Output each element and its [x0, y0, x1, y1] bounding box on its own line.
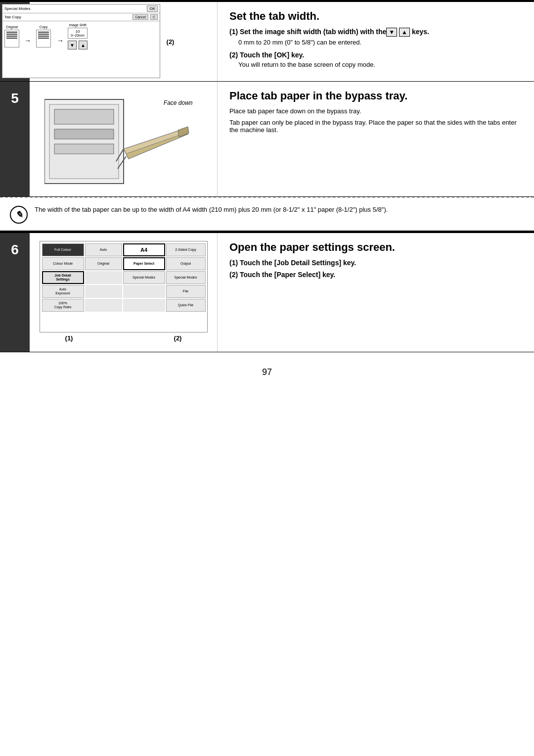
down-arrow-btn[interactable]: ▼: [68, 41, 77, 49]
callout-2-label: (2): [167, 38, 175, 46]
callout-6-1: (1): [65, 334, 73, 342]
image-shift-label: Image Shift: [69, 23, 86, 27]
section-5-content: Place tab paper in the bypass tray. Plac…: [218, 82, 534, 196]
up-arrow-btn[interactable]: ▲: [79, 41, 88, 49]
step-6-number: 6: [0, 233, 30, 352]
shift-range: 0~20mm: [70, 34, 85, 37]
job-detail-cell: Job Detail Settings: [42, 271, 84, 284]
section-4-title: Set the tab width.: [229, 10, 522, 23]
section-5-para1: Place tab paper face down on the bypass …: [229, 107, 522, 115]
shift-value: 10 0~20mm: [68, 28, 88, 39]
empty-cell-1: [85, 271, 122, 284]
section-6-title: Open the paper settings screen.: [229, 241, 522, 254]
empty-cell-2: [85, 285, 122, 298]
ui-mockup-6: Full Colour Auto A4 2-Sided Copy Colour …: [40, 241, 208, 332]
copy-col-label: Copy: [36, 25, 51, 29]
svg-rect-4: [54, 144, 114, 154]
exposure-label: Exposure: [55, 291, 70, 295]
ratio-cell: 100% Copy Ratio: [42, 299, 84, 312]
full-colour-cell: Full Colour: [42, 243, 84, 256]
arrow-buttons: ▼ ▲: [68, 41, 88, 49]
section-4-diagram: Special Modes OK Tab Copy Cancel C Origi…: [30, 2, 218, 81]
note-text: The width of the tab paper can be up to …: [35, 205, 388, 215]
section-5-row: 5: [0, 82, 534, 197]
empty-cell-5: [123, 299, 165, 312]
section-6-diagram: Full Colour Auto A4 2-Sided Copy Colour …: [30, 233, 218, 352]
svg-rect-2: [54, 109, 114, 124]
original-col-label: Original: [4, 25, 19, 29]
original-doc-icon: [4, 30, 19, 47]
quick-file-cell: Quick File: [166, 299, 206, 312]
callout-labels-6: (1) (2): [44, 332, 203, 344]
page-number: 97: [0, 352, 534, 392]
callout-6-2: (2): [174, 334, 182, 342]
page-container: 4 Special Modes OK Tab Copy Cancel C: [0, 0, 534, 756]
instruction-4-2: (2) Touch the [OK] key.: [229, 51, 522, 59]
a4-cell: A4: [123, 243, 165, 256]
copy-doc-icon: [36, 30, 51, 47]
section-6-row: 6 Full Colour Auto A4 2-Sided Copy Colou…: [0, 233, 534, 352]
auto-exposure-cell: Auto Exposure: [42, 285, 84, 298]
down-key: ▼: [386, 28, 397, 37]
ui-mockup-4: Special Modes OK Tab Copy Cancel C Origi…: [2, 4, 160, 78]
note-icon: ✎: [10, 206, 28, 224]
special-modes-label: Special Modes: [4, 6, 30, 11]
section-5-diagram: Face down: [30, 82, 218, 196]
section-4-row: 4 Special Modes OK Tab Copy Cancel C: [0, 2, 534, 82]
empty-cell-3: [123, 285, 165, 298]
paper-select-cell: Paper Select: [123, 257, 165, 270]
svg-rect-3: [54, 129, 114, 139]
instruction-4-1-detail: 0 mm to 20 mm (0" to 5/8") can be entere…: [238, 39, 522, 46]
instruction-6-1: (1) Touch the [Job Detail Settings] key.: [229, 259, 522, 267]
file-cell: File: [166, 285, 206, 298]
instruction-4-1: (1) Set the image shift width (tab width…: [229, 28, 522, 37]
c-btn: C: [150, 14, 158, 20]
special-modes-cell: Special Modes: [123, 271, 165, 284]
colour-mode-cell: Colour Mode: [42, 257, 84, 270]
svg-marker-7: [178, 127, 189, 137]
original-cell: Original: [85, 257, 122, 270]
instruction-4-2-detail: You will return to the base screen of co…: [238, 61, 522, 68]
instruction-6-2: (2) Touch the [Paper Select] key.: [229, 271, 522, 279]
ratio-val: 100%: [54, 301, 72, 305]
section-4-content: Set the tab width. (1) Set the image shi…: [218, 2, 534, 81]
face-down-label: Face down: [164, 99, 193, 106]
sided-copy-cell: 2-Sided Copy: [166, 243, 206, 256]
auto-cell: Auto: [85, 243, 122, 256]
note-section: ✎ The width of the tab paper can be up t…: [0, 198, 534, 231]
special-modes2-cell: Special Modes: [166, 271, 206, 284]
up-key: ▲: [399, 28, 410, 37]
step-5-number: 5: [0, 82, 30, 196]
cancel-btn: Cancel: [133, 14, 148, 20]
section-5-para2: Tab paper can only be placed in the bypa…: [229, 119, 522, 134]
output-cell: Output: [166, 257, 206, 270]
section-6-content: Open the paper settings screen. (1) Touc…: [218, 233, 534, 352]
section-5-title: Place tab paper in the bypass tray.: [229, 90, 522, 102]
tab-copy-label: Tab Copy: [4, 15, 21, 19]
auto-label: Auto: [55, 287, 70, 291]
copy-ratio-label: Copy Ratio: [54, 305, 72, 309]
ok-btn: OK: [147, 5, 158, 12]
shift-num: 10: [70, 29, 85, 34]
empty-cell-4: [85, 299, 122, 312]
